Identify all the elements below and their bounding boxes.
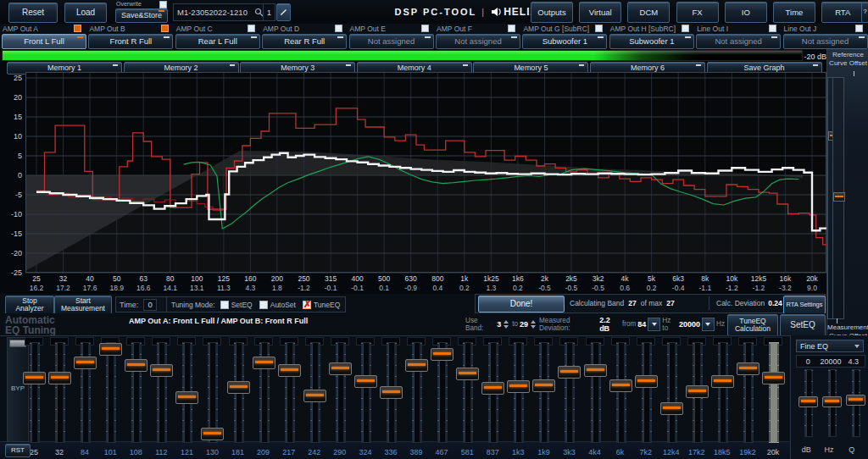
start-measurement-button[interactable]: StartMeasurement <box>54 296 112 314</box>
eq-band-slider-handle[interactable] <box>150 364 173 377</box>
eq-band-track <box>361 342 371 443</box>
eq-band-slider-handle[interactable] <box>609 379 632 392</box>
eq-band-slider-handle[interactable] <box>99 343 122 356</box>
load-button[interactable]: Load <box>64 3 107 23</box>
nav-button[interactable]: IO <box>725 2 767 23</box>
reset-eq-button[interactable]: RST <box>5 444 31 457</box>
eq-band-slider-handle[interactable] <box>253 357 275 369</box>
channel-assignment-button[interactable]: Subwoofer 1 <box>609 34 694 49</box>
eq-band-slider-handle[interactable] <box>660 402 683 415</box>
tuning-mode-option[interactable]: TuneEQ <box>303 301 340 309</box>
eq-band-slider-handle[interactable] <box>481 382 504 395</box>
channel-assignment-button[interactable]: Not assigned <box>436 34 520 49</box>
eq-band-slider-handle[interactable] <box>380 386 403 399</box>
eq-band-slider-handle[interactable] <box>125 359 147 372</box>
eq-band-slider-handle[interactable] <box>278 364 301 377</box>
freq-from-dropdown[interactable] <box>648 318 660 331</box>
fine-eq-slider-handle[interactable] <box>846 395 865 406</box>
channel-checkbox[interactable] <box>508 25 515 32</box>
eq-band-slider-handle[interactable] <box>227 381 250 394</box>
memory-button[interactable]: Save Graph <box>707 62 822 75</box>
rta-settings-button[interactable]: RTA Settings <box>783 296 826 314</box>
eq-band-slider-handle[interactable] <box>175 391 198 404</box>
mode-checkbox[interactable] <box>220 301 229 309</box>
channel-checkbox[interactable] <box>769 25 776 32</box>
nav-button[interactable]: RTA <box>821 2 864 23</box>
eq-band-slider-handle[interactable] <box>507 380 530 393</box>
freq-to-dropdown[interactable] <box>702 318 715 331</box>
channel-assignment-button[interactable]: Not assigned <box>783 34 868 49</box>
nav-button[interactable]: FX <box>676 2 719 23</box>
channel-assignment-button[interactable]: Rear L Full <box>175 34 260 49</box>
device-id-field[interactable]: M1-23052022-1210 <box>173 3 268 21</box>
tuning-mode-option[interactable]: SetEQ <box>220 301 253 309</box>
fine-eq-slider-handle[interactable] <box>798 396 818 407</box>
done-button[interactable]: Done! <box>478 296 565 312</box>
eq-band-slider-handle[interactable] <box>431 348 453 361</box>
set-eq-button[interactable]: SetEQ <box>780 314 826 336</box>
memory-button[interactable]: Memory 3 <box>240 62 355 75</box>
stop-analyzer-button[interactable]: StopAnalyzer <box>5 296 54 314</box>
offset-slider[interactable] <box>832 77 844 319</box>
eq-band-slider-handle[interactable] <box>456 368 479 380</box>
memory-button[interactable]: Memory 1 <box>7 62 122 75</box>
tuning-mode-option[interactable]: AutoSet <box>259 301 296 309</box>
channel-checkbox[interactable] <box>335 25 342 32</box>
eq-band-slider-handle[interactable] <box>762 372 785 384</box>
band-to-spinner[interactable] <box>530 319 537 329</box>
tune-eq-calculation-button[interactable]: TuneEQCalculation <box>727 314 778 336</box>
mode-checkbox[interactable] <box>303 301 311 309</box>
fine-eq-q-value: 4.3 <box>842 357 865 366</box>
channel-checkbox[interactable] <box>161 25 169 32</box>
fine-eq-slider-handle[interactable] <box>822 396 842 407</box>
save-store-button[interactable]: Save&Store <box>115 8 168 23</box>
eq-band-slider-handle[interactable] <box>201 428 224 440</box>
channel-checkbox[interactable] <box>74 25 81 32</box>
channel-checkbox[interactable] <box>595 25 603 32</box>
eq-band-slider-handle[interactable] <box>686 385 709 398</box>
channel-assignment-button[interactable]: Not assigned <box>349 34 434 49</box>
eq-band-slider-handle[interactable] <box>405 359 428 372</box>
offset-slider-handle[interactable] <box>833 192 845 202</box>
eq-band-column: 6k <box>608 336 633 459</box>
channel-checkbox[interactable] <box>421 25 429 32</box>
band-from-spinner[interactable] <box>503 319 510 329</box>
help-button[interactable]: ? <box>861 2 868 23</box>
eq-band-slider-handle[interactable] <box>711 375 734 388</box>
mode-checkbox[interactable] <box>259 301 268 309</box>
memory-button[interactable]: Memory 5 <box>473 62 588 75</box>
memory-button[interactable]: Memory 6 <box>590 62 705 75</box>
nav-button[interactable]: Virtual <box>579 2 621 23</box>
eq-band-slider-handle[interactable] <box>303 390 326 402</box>
overwrite-checkbox[interactable] <box>159 1 167 8</box>
fine-eq-dropdown[interactable]: Fine EQ <box>796 340 864 352</box>
eq-band-slider-handle[interactable] <box>737 362 760 375</box>
reset-button[interactable]: Reset <box>8 3 58 23</box>
eq-band-slider-handle[interactable] <box>74 357 97 369</box>
nav-button[interactable]: DCM <box>627 2 670 23</box>
eq-band-slider-handle[interactable] <box>635 375 658 388</box>
channel-checkbox[interactable] <box>855 25 863 32</box>
channel-assignment-button[interactable]: Rear R Full <box>262 34 347 49</box>
svg-text:500: 500 <box>378 274 390 283</box>
eq-band-slider-handle[interactable] <box>354 375 377 388</box>
channel-assignment-button[interactable]: Front L Full <box>2 34 86 49</box>
nav-button[interactable]: Time <box>773 2 815 23</box>
channel-assignment-button[interactable]: Subwoofer 1 <box>522 34 607 49</box>
edit-button[interactable] <box>276 3 291 21</box>
memory-button[interactable]: Memory 4 <box>357 62 472 75</box>
eq-band-slider-handle[interactable] <box>48 372 71 384</box>
eq-band-slider-handle[interactable] <box>23 372 46 384</box>
eq-band-slider-handle[interactable] <box>532 379 555 392</box>
eq-band-slider-handle[interactable] <box>584 364 607 377</box>
channel-assignment-button[interactable]: Front R Full <box>88 34 173 49</box>
memory-button[interactable]: Memory 2 <box>124 62 239 75</box>
channel-checkbox[interactable] <box>248 25 255 32</box>
channel-assignment-button[interactable]: Not assigned <box>696 34 781 49</box>
channel-checkbox[interactable] <box>682 25 689 32</box>
eq-band-slider-handle[interactable] <box>558 366 581 379</box>
eq-band-column: 12k4 <box>659 336 684 459</box>
eq-band-slider-handle[interactable] <box>329 362 352 375</box>
setup-number-field[interactable]: 1 <box>263 3 275 21</box>
nav-button[interactable]: Outputs <box>531 2 573 23</box>
